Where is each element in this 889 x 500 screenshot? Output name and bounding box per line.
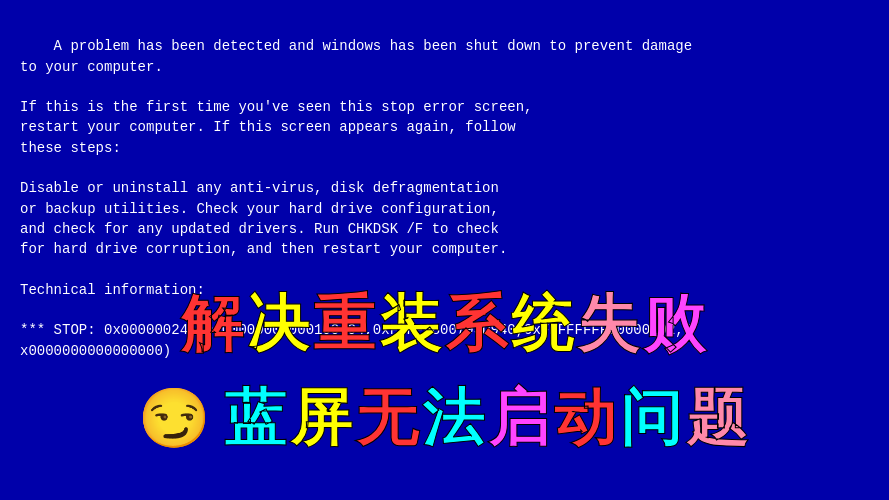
char-wu: 无: [356, 376, 422, 460]
char-ti: 题: [686, 376, 752, 460]
chinese-line-2: 😏蓝屏无法启动问题: [138, 376, 752, 460]
char-fa: 法: [422, 376, 488, 460]
char-shi: 失: [577, 282, 643, 366]
char-qi: 启: [488, 376, 554, 460]
bsod-line-1: A problem has been detected and windows …: [54, 38, 693, 54]
bsod-line-10: and check for any updated drivers. Run C…: [20, 221, 499, 237]
char-wen: 问: [620, 376, 686, 460]
char-ping: 屏: [290, 376, 356, 460]
bsod-line-6: these steps:: [20, 140, 121, 156]
bsod-line-4: If this is the first time you've seen th…: [20, 99, 532, 115]
bsod-screen: A problem has been detected and windows …: [0, 0, 889, 500]
bsod-line-9: or backup utilities. Check your hard dri…: [20, 201, 499, 217]
bsod-line-8: Disable or uninstall any anti-virus, dis…: [20, 180, 499, 196]
bsod-line-2: to your computer.: [20, 59, 163, 75]
char-xi: 系: [445, 282, 511, 366]
char-bai: 败: [643, 282, 709, 366]
char-tong: 统: [511, 282, 577, 366]
bsod-line-11: for hard drive corruption, and then rest…: [20, 241, 507, 257]
bsod-line-5: restart your computer. If this screen ap…: [20, 119, 516, 135]
char-jue: 决: [247, 282, 313, 366]
char-dong: 动: [554, 376, 620, 460]
emoji-icon: 😏: [138, 389, 214, 447]
char-lan: 蓝: [224, 376, 290, 460]
chinese-overlay: 解决重装系统失败 😏蓝屏无法启动问题: [0, 282, 889, 460]
char-chong: 重: [313, 282, 379, 366]
char-jie: 解: [181, 282, 247, 366]
char-zhuang: 装: [379, 282, 445, 366]
chinese-line-1: 解决重装系统失败: [181, 282, 709, 366]
